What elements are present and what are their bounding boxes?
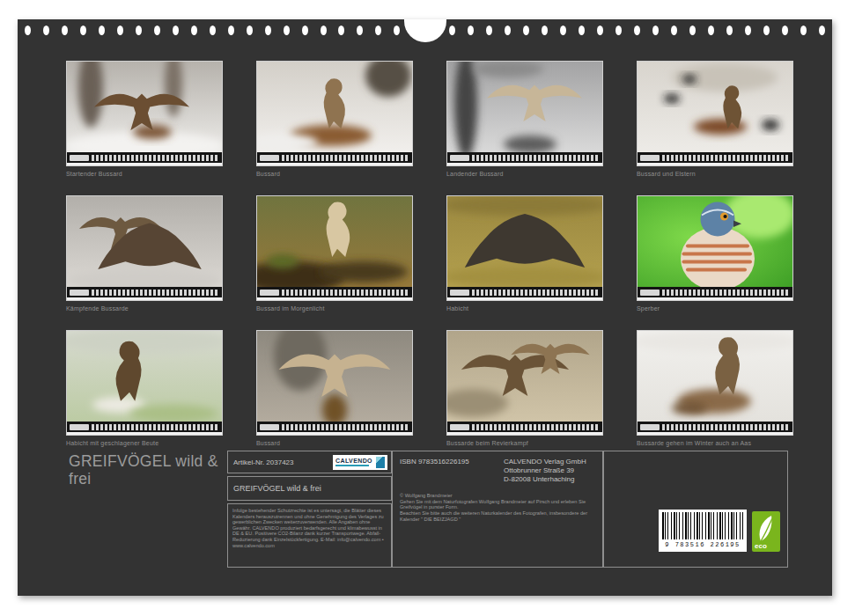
punch-hole [284, 26, 290, 35]
calendar-page [446, 195, 603, 301]
day-cells [92, 424, 219, 430]
photographer-note: © Wolfgang Brandmeier Gehen Sie mit dem … [400, 493, 595, 523]
calendar-thumb: Landender Bussard [446, 61, 603, 178]
thumb-photo [638, 62, 792, 152]
calendar-date-strip [447, 152, 602, 163]
thumb-caption: Kämpfende Bussarde [66, 304, 223, 312]
calendar-thumb: Bussarde beim Revierkampf [446, 330, 603, 447]
punch-hole [43, 26, 49, 35]
legal-text: Infolge bestehender Schutzrechte ist es … [232, 508, 387, 548]
month-label [640, 290, 660, 296]
punch-hole [173, 26, 179, 35]
thumb-photo [257, 62, 412, 152]
publisher-name: CALVENDO Verlag GmbH [504, 458, 586, 466]
calendar-page [256, 61, 413, 166]
thumb-photo [638, 331, 792, 422]
barcode-digits: 9 783516 226195 [662, 541, 743, 548]
artikel-box: Artikel-Nr. 2037423 CALVENDO [227, 451, 392, 473]
thumb-photo [257, 331, 412, 422]
page-foot [257, 432, 412, 435]
thumb-caption: Bussarde beim Revierkampf [446, 439, 603, 447]
thumb-caption: Bussard im Morgenlicht [256, 304, 413, 312]
calendar-thumb: Bussard und Elstern [637, 61, 793, 178]
punch-hole [321, 26, 327, 35]
info-left-column: Artikel-Nr. 2037423 CALVENDO GREIFVÖGEL … [227, 451, 392, 568]
publisher-city: D-82008 Unterhaching [504, 475, 586, 484]
thumb-photo [638, 196, 792, 287]
month-label [260, 290, 279, 296]
punch-hole [338, 26, 344, 35]
punch-hole [689, 26, 696, 35]
calendar-page [446, 61, 603, 166]
month-label [70, 155, 89, 161]
day-cells [662, 424, 790, 430]
eco-label: eco [755, 542, 767, 550]
month-label [450, 290, 469, 296]
punch-hole [615, 26, 622, 35]
punch-hole [210, 26, 216, 35]
punch-hole [449, 26, 455, 35]
calendar-page [256, 330, 413, 436]
page-foot [447, 432, 602, 435]
calendar-back-cover: Startender Bussard Bussard [18, 19, 832, 596]
page-foot [447, 297, 602, 300]
calendar-thumb: Bussarde gehen im Winter auch an Aas [637, 330, 793, 447]
calendar-page [66, 61, 223, 166]
day-cells [92, 290, 219, 296]
calendar-page [637, 61, 793, 166]
artikel-nr: Artikel-Nr. 2037423 [233, 458, 293, 466]
punch-hole [228, 26, 234, 35]
page-foot [257, 163, 412, 165]
page-foot [638, 432, 792, 435]
calendar-date-strip [257, 152, 412, 163]
punch-hole [117, 26, 123, 35]
thumb-photo [447, 62, 602, 152]
punch-hole [634, 26, 640, 35]
punch-hole [375, 26, 381, 35]
calvendo-logo-tagline [335, 465, 369, 466]
punch-hole [394, 26, 400, 35]
punch-hole [191, 26, 197, 35]
calendar-thumb: Kämpfende Bussarde [66, 195, 223, 312]
punch-hole [652, 26, 659, 35]
month-label [70, 424, 89, 430]
thumb-photo [67, 331, 222, 422]
punch-hole [523, 26, 529, 35]
punch-hole [265, 26, 271, 35]
punch-hole [800, 26, 807, 35]
publisher-street: Ottobrunner Straße 39 [504, 466, 586, 475]
punch-hole [136, 26, 142, 35]
page-foot [67, 163, 222, 165]
barcode: 9 783516 226195 [659, 510, 747, 552]
calvendo-logo: CALVENDO [333, 455, 387, 470]
calendar-date-strip [638, 287, 792, 297]
month-label [450, 155, 469, 161]
calvendo-logo-text: CALVENDO [335, 458, 372, 464]
punch-hole [782, 26, 788, 35]
calendar-thumb: Bussard [256, 61, 413, 178]
punch-hole [726, 26, 733, 35]
month-label [260, 424, 279, 430]
thumb-photo [447, 331, 602, 422]
punch-hole [486, 26, 492, 35]
thumb-caption: Bussarde gehen im Winter auch an Aas [637, 439, 793, 447]
punch-hole [560, 26, 566, 35]
day-cells [472, 155, 600, 161]
isbn: ISBN 9783516226195 [400, 458, 504, 484]
punch-hole [99, 26, 105, 35]
calendar-page [66, 195, 223, 301]
punch-hole [579, 26, 585, 35]
calendar-thumb: Habicht [446, 195, 603, 312]
month-label [640, 424, 660, 430]
punch-hole [763, 26, 770, 35]
punch-hole [62, 26, 68, 35]
page-foot [67, 297, 222, 300]
punch-hole [154, 26, 160, 35]
day-cells [472, 290, 600, 296]
calendar-title: GREIFVÖGEL wild & frei [69, 452, 218, 488]
punch-hole [25, 26, 31, 35]
thumb-caption: Habicht mit geschlagener Beute [66, 439, 223, 447]
punch-hole [819, 26, 825, 35]
punch-hole [542, 26, 548, 35]
punch-hole [505, 26, 511, 35]
